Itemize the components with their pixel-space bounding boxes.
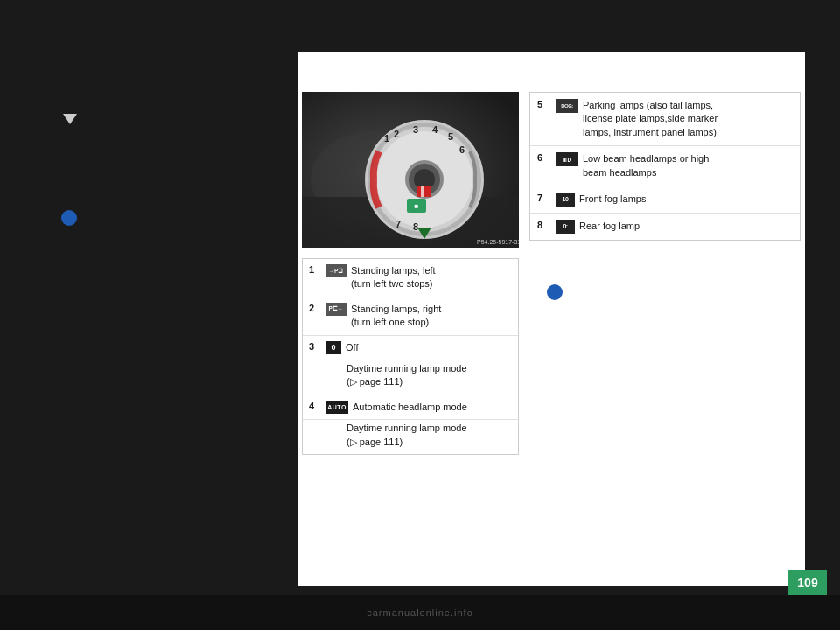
- text-7: Front fog lamps: [579, 192, 646, 206]
- svg-text:1: 1: [384, 133, 389, 144]
- info-row-7: 7 10 Front fog lamps: [530, 186, 800, 214]
- blue-bullet-1: [61, 210, 77, 226]
- table-row-3: 3 0 Off: [303, 336, 518, 360]
- svg-text:6: 6: [459, 144, 465, 155]
- svg-text:4: 4: [432, 124, 438, 135]
- icon-8: 0:: [556, 220, 575, 234]
- table-row-3-sub: Daytime running lamp mode(▷ page 111): [303, 360, 518, 396]
- row2-num: 2: [309, 303, 321, 313]
- row4-num: 4: [309, 401, 321, 411]
- icon-7: 10: [556, 192, 575, 206]
- svg-text:2: 2: [394, 129, 399, 139]
- row3-text: Off: [346, 341, 358, 354]
- row1-text: Standing lamps, left(turn left two stops…: [351, 264, 436, 291]
- table-row-4-sub: Daytime running lamp mode(▷ page 111): [303, 420, 518, 454]
- icon-5: DOG:: [556, 99, 578, 113]
- page-number-box: 109: [788, 570, 827, 595]
- watermark-text: carmanualonline.info: [367, 607, 473, 618]
- row3-num: 3: [309, 341, 321, 352]
- info-row-8: 8 0: Rear fog lamp: [530, 214, 800, 240]
- table-row-2: 2 P⊏← Standing lamps, right(turn left on…: [303, 298, 518, 336]
- left-sidebar: [0, 88, 298, 595]
- row4-subtext: Daytime running lamp mode(▷ page 111): [346, 422, 467, 449]
- row1-icon: →P⊐: [326, 264, 346, 277]
- bottom-table: 1 →P⊐ Standing lamps, left(turn left two…: [302, 258, 519, 455]
- info-row-5: 5 DOG: Parking lamps (also tail lamps,li…: [530, 93, 800, 146]
- svg-text:P54.25-5917-31: P54.25-5917-31: [477, 239, 519, 245]
- blue-bullet-2: [547, 284, 563, 300]
- row2-text: Standing lamps, right(turn left one stop…: [351, 303, 441, 330]
- table-row-4: 4 AUTO Automatic headlamp mode: [303, 396, 518, 420]
- row-num-8: 8: [537, 220, 551, 230]
- svg-text:8: 8: [413, 221, 418, 232]
- row2-icon: P⊏←: [326, 303, 346, 316]
- text-8: Rear fog lamp: [579, 220, 640, 233]
- row-num-7: 7: [537, 192, 551, 203]
- svg-text:■: ■: [415, 202, 419, 210]
- row3-icon: 0: [326, 341, 341, 354]
- svg-text:3: 3: [413, 124, 418, 135]
- bottom-bar: carmanualonline.info: [0, 595, 840, 630]
- row4-icon: AUTO: [326, 401, 348, 414]
- icon-6: III D: [556, 152, 578, 166]
- svg-text:7: 7: [396, 219, 401, 229]
- row4-text: Automatic headlamp mode: [353, 401, 467, 414]
- right-info-box: 5 DOG: Parking lamps (also tail lamps,li…: [529, 92, 801, 241]
- table-row-1: 1 →P⊐ Standing lamps, left(turn left two…: [303, 259, 518, 298]
- text-6: Low beam headlamps or highbeam headlamps: [583, 152, 709, 179]
- info-row-6: 6 III D Low beam headlamps or highbeam h…: [530, 146, 800, 186]
- page-number: 109: [797, 576, 817, 590]
- row3-subtext: Daytime running lamp mode(▷ page 111): [346, 362, 467, 389]
- text-5: Parking lamps (also tail lamps,license p…: [583, 99, 718, 139]
- row1-num: 1: [309, 264, 321, 275]
- row-num-6: 6: [537, 152, 551, 163]
- dial-image: 2 3 4 5 1 6 7 8 ■ P54.25-5917-31: [302, 92, 519, 248]
- triangle-indicator: [63, 114, 77, 124]
- row-num-5: 5: [537, 99, 551, 109]
- svg-text:5: 5: [448, 131, 453, 142]
- svg-rect-22: [421, 186, 424, 197]
